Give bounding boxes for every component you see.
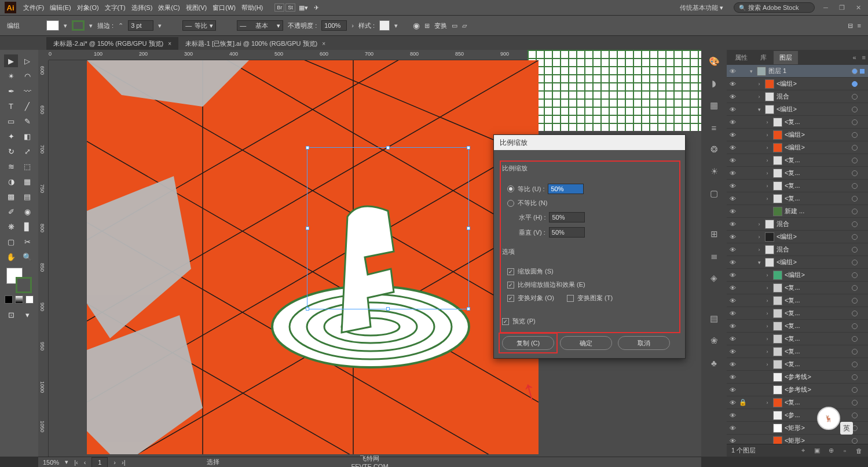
isolate-icon[interactable]: ▭ xyxy=(452,22,457,30)
disclosure-icon[interactable]: ▾ xyxy=(756,260,763,265)
layer-row[interactable]: 👁▾图层 1 xyxy=(727,65,868,78)
panel-menu-icon[interactable]: ≡ xyxy=(858,22,861,30)
width-tool-icon[interactable]: ≋ xyxy=(4,160,18,173)
layer-row[interactable]: 👁›<复... xyxy=(727,294,868,307)
vertical-scale-input[interactable]: 50% xyxy=(549,227,585,238)
color-mode-icon[interactable] xyxy=(5,295,13,304)
fill-swatch[interactable] xyxy=(46,20,59,31)
layers-list[interactable]: 👁▾图层 1👁›<编组>👁›混合👁▾<编组>👁›<复...👁›<编组>👁›<编组… xyxy=(727,65,868,444)
decrement-icon[interactable]: ⌃ xyxy=(118,22,123,30)
direct-selection-tool-icon[interactable]: ▷ xyxy=(20,54,34,67)
target-icon[interactable] xyxy=(852,221,858,227)
locate-layer-icon[interactable]: ⌖ xyxy=(799,447,808,454)
slice-tool-icon[interactable]: ✂ xyxy=(20,235,34,248)
menu-item[interactable]: 帮助(H) xyxy=(239,1,265,14)
visibility-toggle-icon[interactable]: 👁 xyxy=(727,106,738,113)
zoom-tool-icon[interactable]: 🔍 xyxy=(20,250,34,263)
visibility-toggle-icon[interactable]: 👁 xyxy=(727,68,738,75)
panel-collapse-icon[interactable]: « xyxy=(852,54,856,61)
menu-item[interactable]: 选择(S) xyxy=(129,1,155,14)
stroke-weight-input[interactable]: 3 pt xyxy=(128,20,153,31)
horizontal-scale-input[interactable]: 50% xyxy=(549,212,585,222)
layer-name[interactable]: 混合 xyxy=(777,220,849,228)
artboard-nav-last-icon[interactable]: ›| xyxy=(122,459,126,466)
screen-mode-icon[interactable]: ⊡ xyxy=(4,308,18,321)
target-icon[interactable] xyxy=(852,94,858,100)
swatches-panel-icon[interactable]: ▦ xyxy=(707,98,721,112)
target-icon[interactable] xyxy=(852,132,858,138)
curvature-tool-icon[interactable]: 〰 xyxy=(20,85,34,97)
chevron-down-icon[interactable]: ▾ xyxy=(64,22,67,30)
layer-row[interactable]: 👁▾<编组> xyxy=(727,103,868,116)
disclosure-icon[interactable]: › xyxy=(764,349,771,355)
graphic-styles-panel-icon[interactable]: ◈ xyxy=(707,271,721,285)
disclosure-icon[interactable]: › xyxy=(756,221,763,227)
blend-tool-icon[interactable]: ◉ xyxy=(20,205,34,218)
target-icon[interactable] xyxy=(852,260,858,265)
target-icon[interactable] xyxy=(852,209,858,214)
target-icon[interactable] xyxy=(852,362,858,367)
chevron-down-icon[interactable]: ▾ xyxy=(158,22,162,30)
transparency-panel-icon[interactable]: ⊞ xyxy=(707,227,721,241)
workspace-selector[interactable]: 传统基本功能 ▾ xyxy=(675,2,728,13)
visibility-toggle-icon[interactable]: 👁 xyxy=(727,246,738,253)
disclosure-icon[interactable]: › xyxy=(764,145,771,151)
visibility-toggle-icon[interactable]: 👁 xyxy=(727,297,738,304)
visibility-toggle-icon[interactable]: 👁 xyxy=(727,386,738,393)
delete-layer-icon[interactable]: 🗑 xyxy=(854,447,863,454)
layer-row[interactable]: 👁›<复... xyxy=(727,307,868,320)
layer-row[interactable]: 👁›<复... xyxy=(727,116,868,129)
new-sublayer-icon[interactable]: ⊕ xyxy=(826,447,836,454)
brush-def-select[interactable]: — 基本 ▾ xyxy=(237,20,283,31)
visibility-toggle-icon[interactable]: 👁 xyxy=(727,348,738,355)
chevron-down-icon[interactable]: ▾ xyxy=(394,22,398,30)
layer-name[interactable]: <复... xyxy=(785,283,849,292)
new-layer-icon[interactable]: ▫ xyxy=(840,447,849,454)
layer-row[interactable]: 👁<参考线> xyxy=(727,384,868,396)
visibility-toggle-icon[interactable]: 👁 xyxy=(727,323,738,330)
layer-name[interactable]: 混合 xyxy=(777,245,849,254)
visibility-toggle-icon[interactable]: 👁 xyxy=(727,361,738,368)
checkbox-transform-patterns[interactable] xyxy=(567,295,574,302)
ok-button[interactable]: 确定 xyxy=(560,336,612,350)
copy-button[interactable]: 复制 (C) xyxy=(502,336,554,350)
none-mode-icon[interactable] xyxy=(25,295,34,304)
layer-row[interactable]: 👁▾<编组> xyxy=(727,256,868,269)
canvas-area[interactable]: 0100200300400500600700800850900950100010… xyxy=(38,50,701,457)
make-clip-icon[interactable]: ▣ xyxy=(812,447,822,454)
eyedropper-tool-icon[interactable]: ✐ xyxy=(4,205,18,218)
target-icon[interactable] xyxy=(852,107,858,112)
disclosure-icon[interactable]: › xyxy=(764,196,771,202)
free-transform-tool-icon[interactable]: ⬚ xyxy=(20,160,34,173)
layer-name[interactable]: <编组> xyxy=(777,258,849,267)
disclosure-icon[interactable]: › xyxy=(764,183,771,189)
layer-row[interactable]: 👁›<复... xyxy=(727,345,868,358)
disclosure-icon[interactable]: › xyxy=(764,132,771,138)
target-icon[interactable] xyxy=(852,170,858,176)
target-icon[interactable] xyxy=(852,145,858,151)
graphic-style-swatch[interactable] xyxy=(379,20,390,31)
layer-name[interactable]: <复... xyxy=(785,360,849,369)
artboard-nav-prev-icon[interactable]: ‹ xyxy=(84,459,86,466)
width-profile-select[interactable]: — 等比 ▾ xyxy=(182,20,216,31)
color-panel-icon[interactable]: 🎨 xyxy=(707,54,721,68)
magic-wand-tool-icon[interactable]: ✴ xyxy=(4,70,18,82)
layer-name[interactable]: 混合 xyxy=(777,92,849,101)
gradient-mode-icon[interactable] xyxy=(15,295,23,304)
document-tab[interactable]: 未标题-2.ai* @ 150% (RGB/GPU 预览) × xyxy=(46,37,178,50)
layer-name[interactable]: <复... xyxy=(785,156,849,165)
window-restore-icon[interactable]: ❐ xyxy=(837,3,847,12)
disclosure-icon[interactable]: › xyxy=(764,285,771,291)
visibility-toggle-icon[interactable]: 👁 xyxy=(727,132,738,138)
tab-library[interactable]: 库 xyxy=(755,51,772,64)
target-icon[interactable] xyxy=(852,247,858,253)
gradient-tool-icon[interactable]: ▤ xyxy=(20,190,34,203)
disclosure-icon[interactable]: › xyxy=(756,234,763,240)
checkbox-preview[interactable] xyxy=(502,318,509,325)
paintbrush-tool-icon[interactable]: ✎ xyxy=(20,115,34,127)
visibility-toggle-icon[interactable]: 👁 xyxy=(727,234,738,240)
shape-builder-tool-icon[interactable]: ◑ xyxy=(4,175,18,188)
layer-name[interactable]: <复... xyxy=(785,194,849,203)
disclosure-icon[interactable]: › xyxy=(756,94,763,100)
layer-row[interactable]: 👁›<复... xyxy=(727,282,868,294)
